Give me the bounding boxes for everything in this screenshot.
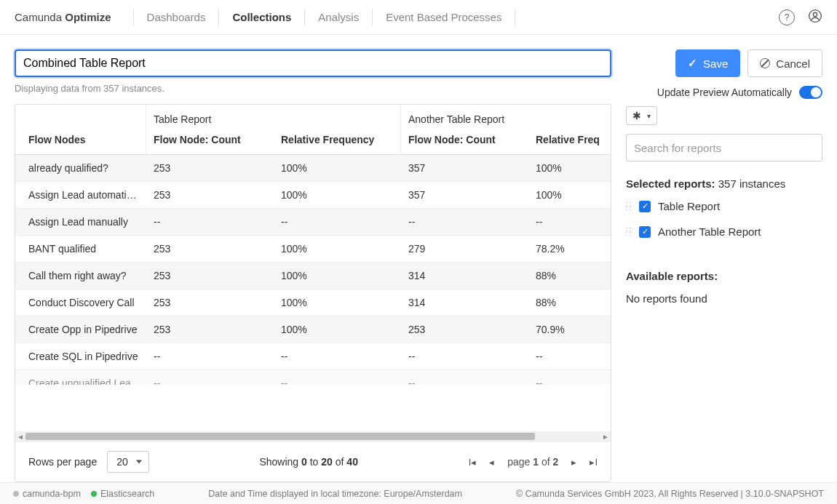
cell-flow-node: already qualified?: [15, 155, 146, 182]
page-last-icon[interactable]: ▸I: [590, 457, 598, 468]
horizontal-scrollbar[interactable]: ◄ ►: [15, 431, 611, 441]
col-count-2[interactable]: Flow Node: Count: [401, 128, 528, 155]
drag-handle-icon[interactable]: ∷∷: [626, 202, 632, 211]
showing-range: Showing 0 to 20 of 40: [259, 456, 357, 468]
cell-rel-1: --: [274, 209, 401, 236]
cell-rel-2: 88%: [528, 263, 611, 289]
copyright: © Camunda Services GmbH 2023, All Rights…: [516, 489, 824, 499]
page-indicator: page 1 of 2: [507, 456, 558, 468]
cell-count-1: 253: [146, 182, 274, 209]
cell-rel-2: --: [528, 343, 611, 370]
available-reports-empty: No reports found: [626, 292, 822, 305]
cell-count-1: --: [146, 343, 274, 370]
cell-rel-2: --: [528, 370, 611, 385]
report-title-input[interactable]: [15, 49, 611, 77]
search-reports-input[interactable]: [626, 134, 822, 161]
cell-flow-node: Create unqualified Lea: [15, 370, 146, 385]
drag-handle-icon[interactable]: ∷∷: [626, 228, 632, 236]
cell-count-2: 314: [401, 263, 528, 289]
cell-rel-2: --: [528, 209, 611, 236]
col-flow-nodes[interactable]: Flow Nodes: [15, 128, 146, 155]
cancel-icon: [760, 58, 770, 68]
brand: Camunda Optimize: [15, 11, 111, 23]
table-row[interactable]: already qualified?253100%357100%: [15, 155, 611, 182]
nav-analysis[interactable]: Analysis: [305, 9, 372, 26]
page-next-icon[interactable]: ▸: [571, 457, 576, 468]
combined-table: Table Report Another Table Report Flow N…: [15, 104, 611, 482]
table-row[interactable]: Assign Lead automatic...253100%357100%: [15, 182, 611, 209]
save-button[interactable]: Save: [675, 49, 740, 77]
cell-flow-node: Assign Lead manually: [15, 209, 146, 236]
table-row[interactable]: Assign Lead manually--------: [15, 209, 611, 236]
report-label: Table Report: [658, 200, 720, 212]
group-header-another-table-report: Another Table Report: [401, 105, 528, 128]
cell-count-2: --: [401, 209, 528, 236]
cell-rel-1: 100%: [274, 236, 401, 263]
cell-rel-1: 100%: [274, 316, 401, 343]
update-preview-label: Update Preview Automatically: [657, 87, 792, 98]
cell-rel-2: 78.2%: [528, 236, 611, 263]
col-rel-2[interactable]: Relative Freq: [528, 128, 611, 155]
cell-count-2: 357: [401, 155, 528, 182]
table-row[interactable]: Create Opp in Pipedrive253100%25370.9%: [15, 316, 611, 343]
chevron-down-icon: ▾: [647, 112, 651, 120]
cell-rel-1: 100%: [274, 182, 401, 209]
group-header-empty: [15, 105, 146, 128]
selected-report-item[interactable]: ∷∷✓Table Report: [626, 200, 822, 212]
timezone-note: Date and Time displayed in local timezon…: [154, 489, 516, 499]
settings-dropdown[interactable]: ✱ ▾: [626, 106, 657, 125]
rows-per-page-select[interactable]: 20: [107, 451, 149, 473]
cell-flow-node: Conduct Discovery Call: [15, 289, 146, 316]
scroll-left-icon[interactable]: ◄: [15, 431, 25, 441]
scroll-thumb[interactable]: [25, 433, 535, 440]
cell-count-1: --: [146, 209, 274, 236]
elasticsearch-status: Elasticsearch: [91, 489, 154, 499]
report-checkbox[interactable]: ✓: [639, 201, 651, 212]
cell-count-2: 253: [401, 316, 528, 343]
cell-flow-node: Create Opp in Pipedrive: [15, 316, 146, 343]
cell-count-1: 253: [146, 316, 274, 343]
col-count-1[interactable]: Flow Node: Count: [146, 128, 274, 155]
cell-rel-2: 88%: [528, 289, 611, 316]
table-row[interactable]: Call them right away?253100%31488%: [15, 263, 611, 289]
footer: camunda-bpm Elasticsearch Date and Time …: [0, 482, 837, 504]
cell-count-1: 253: [146, 289, 274, 316]
cell-rel-1: 100%: [274, 155, 401, 182]
cell-rel-1: --: [274, 343, 401, 370]
cell-count-2: 279: [401, 236, 528, 263]
nav-event-based-processes[interactable]: Event Based Processes: [373, 9, 515, 26]
cell-rel-2: 100%: [528, 155, 611, 182]
rows-per-page-label: Rows per page: [28, 456, 97, 468]
gear-icon: ✱: [632, 110, 641, 121]
cancel-button[interactable]: Cancel: [747, 49, 822, 77]
cell-count-1: 253: [146, 236, 274, 263]
table-row[interactable]: Conduct Discovery Call253100%31488%: [15, 289, 611, 316]
cell-count-2: 314: [401, 289, 528, 316]
scroll-right-icon[interactable]: ►: [600, 431, 611, 441]
user-icon[interactable]: [808, 9, 822, 25]
cell-count-2: --: [401, 370, 528, 385]
available-reports-header: Available reports:: [626, 270, 822, 282]
selected-report-item[interactable]: ∷∷✓Another Table Report: [626, 225, 822, 238]
page-first-icon[interactable]: I◂: [469, 457, 477, 468]
table-row[interactable]: BANT qualified253100%27978.2%: [15, 236, 611, 263]
nav-dashboards[interactable]: Dashboards: [134, 9, 219, 26]
update-preview-toggle[interactable]: [799, 86, 822, 99]
cell-count-1: --: [146, 370, 274, 385]
cell-flow-node: Create SQL in Pipedrive: [15, 343, 146, 370]
table-row[interactable]: Create unqualified Lea--------: [15, 370, 611, 385]
page-prev-icon[interactable]: ◂: [489, 457, 494, 468]
cell-count-2: 357: [401, 182, 528, 209]
col-rel-1[interactable]: Relative Frequency: [274, 128, 401, 155]
report-checkbox[interactable]: ✓: [639, 226, 651, 238]
nav-collections[interactable]: Collections: [219, 9, 304, 26]
cell-rel-1: 100%: [274, 263, 401, 289]
nav-items: Dashboards Collections Analysis Event Ba…: [133, 9, 779, 26]
top-nav: Camunda Optimize Dashboards Collections …: [0, 0, 837, 35]
report-label: Another Table Report: [658, 225, 761, 238]
table-row[interactable]: Create SQL in Pipedrive--------: [15, 343, 611, 370]
svg-point-1: [813, 12, 817, 16]
instances-note: Displaying data from 357 instances.: [15, 83, 611, 94]
cell-rel-1: 100%: [274, 289, 401, 316]
help-icon[interactable]: ?: [779, 9, 795, 25]
